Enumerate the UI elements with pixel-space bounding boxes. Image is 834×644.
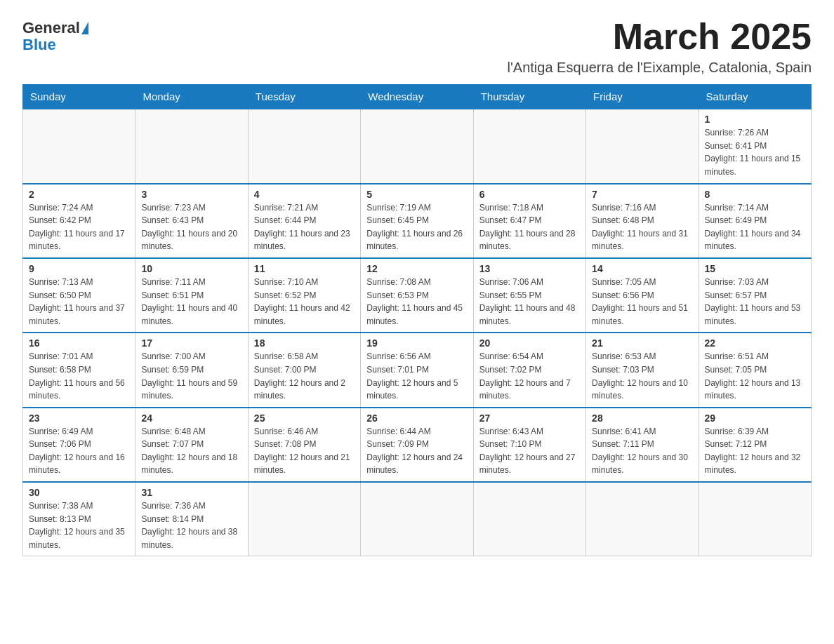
day-number: 10 xyxy=(141,263,241,274)
day-number: 12 xyxy=(366,263,467,274)
day-number: 3 xyxy=(141,189,241,200)
header: General Blue March 2025 l'Antiga Esquerr… xyxy=(22,17,812,76)
weekday-header-monday: Monday xyxy=(135,85,248,109)
day-number: 7 xyxy=(592,189,692,200)
calendar-cell: 26Sunrise: 6:44 AMSunset: 7:09 PMDayligh… xyxy=(361,408,473,482)
day-number: 20 xyxy=(479,337,580,349)
day-number: 28 xyxy=(592,412,692,424)
day-number: 24 xyxy=(141,412,241,424)
day-info: Sunrise: 7:05 AMSunset: 6:56 PMDaylight:… xyxy=(592,276,692,328)
day-info: Sunrise: 7:23 AMSunset: 6:43 PMDaylight:… xyxy=(141,201,241,253)
day-number: 30 xyxy=(29,487,129,498)
calendar-cell: 4Sunrise: 7:21 AMSunset: 6:44 PMDaylight… xyxy=(248,184,360,258)
calendar-cell xyxy=(699,482,811,556)
day-number: 6 xyxy=(479,189,580,200)
weekday-header-wednesday: Wednesday xyxy=(361,85,473,109)
calendar-cell: 23Sunrise: 6:49 AMSunset: 7:06 PMDayligh… xyxy=(23,408,135,482)
calendar-week-row: 30Sunrise: 7:38 AMSunset: 8:13 PMDayligh… xyxy=(23,482,812,556)
calendar-cell: 22Sunrise: 6:51 AMSunset: 7:05 PMDayligh… xyxy=(699,333,811,407)
calendar-cell: 7Sunrise: 7:16 AMSunset: 6:48 PMDaylight… xyxy=(586,184,699,258)
day-info: Sunrise: 7:16 AMSunset: 6:48 PMDaylight:… xyxy=(592,201,692,253)
calendar-cell: 14Sunrise: 7:05 AMSunset: 6:56 PMDayligh… xyxy=(586,258,699,333)
calendar-cell: 1Sunrise: 7:26 AMSunset: 6:41 PMDaylight… xyxy=(699,109,811,183)
day-number: 31 xyxy=(141,487,241,498)
day-number: 25 xyxy=(254,412,355,424)
calendar-cell: 12Sunrise: 7:08 AMSunset: 6:53 PMDayligh… xyxy=(361,258,473,333)
day-info: Sunrise: 7:11 AMSunset: 6:51 PMDaylight:… xyxy=(141,276,241,328)
day-info: Sunrise: 7:18 AMSunset: 6:47 PMDaylight:… xyxy=(479,201,580,253)
day-number: 21 xyxy=(592,337,692,349)
calendar-cell xyxy=(23,109,135,183)
day-info: Sunrise: 7:00 AMSunset: 6:59 PMDaylight:… xyxy=(141,350,241,402)
day-number: 19 xyxy=(366,337,467,349)
weekday-header-sunday: Sunday xyxy=(23,85,135,109)
calendar-cell: 27Sunrise: 6:43 AMSunset: 7:10 PMDayligh… xyxy=(473,408,585,482)
day-info: Sunrise: 6:58 AMSunset: 7:00 PMDaylight:… xyxy=(254,350,355,402)
day-number: 4 xyxy=(254,189,355,200)
calendar-cell: 15Sunrise: 7:03 AMSunset: 6:57 PMDayligh… xyxy=(699,258,811,333)
day-info: Sunrise: 6:44 AMSunset: 7:09 PMDaylight:… xyxy=(366,425,467,477)
day-number: 14 xyxy=(592,263,692,274)
weekday-header-tuesday: Tuesday xyxy=(248,85,360,109)
day-info: Sunrise: 6:51 AMSunset: 7:05 PMDaylight:… xyxy=(705,350,805,402)
calendar-cell: 11Sunrise: 7:10 AMSunset: 6:52 PMDayligh… xyxy=(248,258,360,333)
calendar-cell: 31Sunrise: 7:36 AMSunset: 8:14 PMDayligh… xyxy=(135,482,248,556)
month-title: March 2025 xyxy=(508,17,812,57)
calendar-cell: 20Sunrise: 6:54 AMSunset: 7:02 PMDayligh… xyxy=(473,333,585,407)
day-info: Sunrise: 6:46 AMSunset: 7:08 PMDaylight:… xyxy=(254,425,355,477)
day-number: 1 xyxy=(705,114,805,125)
calendar-week-row: 1Sunrise: 7:26 AMSunset: 6:41 PMDaylight… xyxy=(23,109,812,183)
calendar-cell xyxy=(248,482,360,556)
title-area: March 2025 l'Antiga Esquerra de l'Eixamp… xyxy=(508,17,812,76)
calendar-week-row: 2Sunrise: 7:24 AMSunset: 6:42 PMDaylight… xyxy=(23,184,812,258)
calendar-cell: 30Sunrise: 7:38 AMSunset: 8:13 PMDayligh… xyxy=(23,482,135,556)
calendar-cell: 25Sunrise: 6:46 AMSunset: 7:08 PMDayligh… xyxy=(248,408,360,482)
calendar-cell: 6Sunrise: 7:18 AMSunset: 6:47 PMDaylight… xyxy=(473,184,585,258)
calendar-cell: 9Sunrise: 7:13 AMSunset: 6:50 PMDaylight… xyxy=(23,258,135,333)
calendar-week-row: 9Sunrise: 7:13 AMSunset: 6:50 PMDaylight… xyxy=(23,258,812,333)
day-info: Sunrise: 7:19 AMSunset: 6:45 PMDaylight:… xyxy=(366,201,467,253)
calendar-cell xyxy=(586,482,699,556)
day-number: 2 xyxy=(29,189,129,200)
calendar-cell: 10Sunrise: 7:11 AMSunset: 6:51 PMDayligh… xyxy=(135,258,248,333)
day-info: Sunrise: 6:43 AMSunset: 7:10 PMDaylight:… xyxy=(479,425,580,477)
day-info: Sunrise: 7:10 AMSunset: 6:52 PMDaylight:… xyxy=(254,276,355,328)
day-info: Sunrise: 6:49 AMSunset: 7:06 PMDaylight:… xyxy=(29,425,129,477)
day-number: 17 xyxy=(141,337,241,349)
calendar-week-row: 16Sunrise: 7:01 AMSunset: 6:58 PMDayligh… xyxy=(23,333,812,407)
day-info: Sunrise: 7:01 AMSunset: 6:58 PMDaylight:… xyxy=(29,350,129,402)
day-info: Sunrise: 6:48 AMSunset: 7:07 PMDaylight:… xyxy=(141,425,241,477)
calendar-week-row: 23Sunrise: 6:49 AMSunset: 7:06 PMDayligh… xyxy=(23,408,812,482)
logo-general-text: General xyxy=(22,20,80,36)
day-number: 9 xyxy=(29,263,129,274)
calendar-cell: 5Sunrise: 7:19 AMSunset: 6:45 PMDaylight… xyxy=(361,184,473,258)
logo-triangle-icon xyxy=(81,22,88,34)
calendar-cell: 18Sunrise: 6:58 AMSunset: 7:00 PMDayligh… xyxy=(248,333,360,407)
day-info: Sunrise: 6:39 AMSunset: 7:12 PMDaylight:… xyxy=(705,425,805,477)
day-info: Sunrise: 7:03 AMSunset: 6:57 PMDaylight:… xyxy=(705,276,805,328)
day-info: Sunrise: 7:13 AMSunset: 6:50 PMDaylight:… xyxy=(29,276,129,328)
day-info: Sunrise: 6:53 AMSunset: 7:03 PMDaylight:… xyxy=(592,350,692,402)
weekday-header-thursday: Thursday xyxy=(473,85,585,109)
calendar-cell: 13Sunrise: 7:06 AMSunset: 6:55 PMDayligh… xyxy=(473,258,585,333)
weekday-header-saturday: Saturday xyxy=(699,85,811,109)
logo-blue-text: Blue xyxy=(22,36,56,53)
day-number: 22 xyxy=(705,337,805,349)
day-info: Sunrise: 7:08 AMSunset: 6:53 PMDaylight:… xyxy=(366,276,467,328)
calendar-cell xyxy=(248,109,360,183)
calendar-cell: 21Sunrise: 6:53 AMSunset: 7:03 PMDayligh… xyxy=(586,333,699,407)
day-info: Sunrise: 7:38 AMSunset: 8:13 PMDaylight:… xyxy=(29,499,129,551)
day-info: Sunrise: 7:21 AMSunset: 6:44 PMDaylight:… xyxy=(254,201,355,253)
calendar-cell: 24Sunrise: 6:48 AMSunset: 7:07 PMDayligh… xyxy=(135,408,248,482)
day-number: 13 xyxy=(479,263,580,274)
logo: General Blue xyxy=(22,17,88,53)
calendar-cell: 28Sunrise: 6:41 AMSunset: 7:11 PMDayligh… xyxy=(586,408,699,482)
location-title: l'Antiga Esquerra de l'Eixample, Catalon… xyxy=(508,60,812,76)
calendar-cell xyxy=(361,109,473,183)
calendar-cell xyxy=(473,482,585,556)
day-number: 18 xyxy=(254,337,355,349)
day-number: 29 xyxy=(705,412,805,424)
calendar-cell xyxy=(586,109,699,183)
calendar-cell xyxy=(361,482,473,556)
day-info: Sunrise: 7:14 AMSunset: 6:49 PMDaylight:… xyxy=(705,201,805,253)
